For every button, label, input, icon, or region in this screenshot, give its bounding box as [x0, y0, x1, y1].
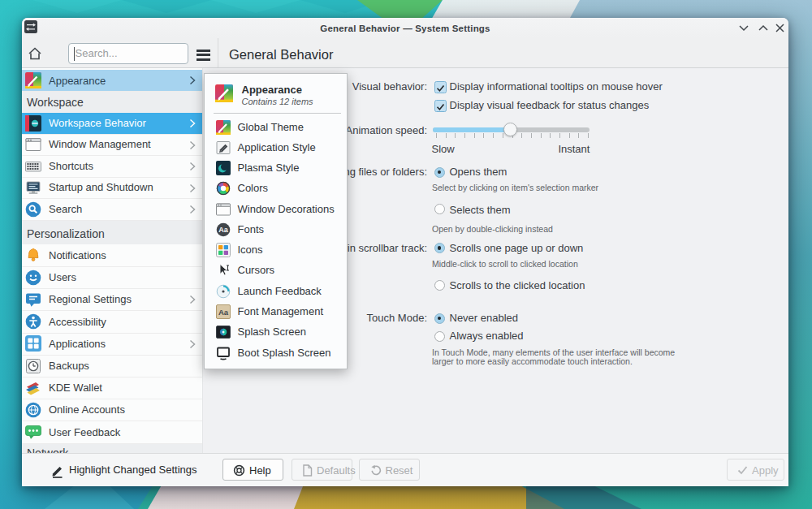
svg-text:Aa: Aa	[218, 308, 228, 317]
svg-text:Aa: Aa	[218, 226, 228, 234]
